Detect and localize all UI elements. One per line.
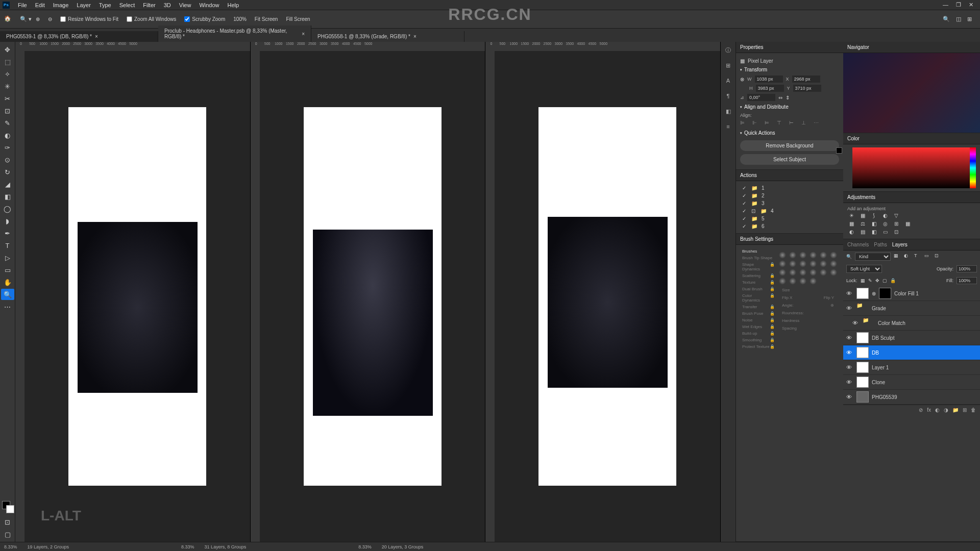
brightness-icon[interactable]: ☀ <box>847 211 855 219</box>
zoom-in-icon[interactable]: ⊕ <box>36 16 40 22</box>
hand-tool[interactable]: ✋ <box>1 277 14 288</box>
brush-option[interactable]: Noise🔒 <box>740 317 777 323</box>
document-canvas-2[interactable] <box>304 107 442 486</box>
close-icon[interactable]: × <box>95 34 98 39</box>
frame-tool[interactable]: ⊡ <box>1 105 14 116</box>
action-item[interactable]: ✓📁5 <box>740 215 839 222</box>
color-balance-icon[interactable]: ⚖ <box>859 219 867 228</box>
brush-preset[interactable] <box>830 260 837 267</box>
swatches-icon[interactable]: ⊞ <box>723 60 733 70</box>
brush-preset[interactable] <box>789 269 796 276</box>
menu-view[interactable]: View <box>175 2 195 8</box>
kind-select[interactable]: Kind <box>855 253 891 261</box>
fill-screen-button[interactable]: Fill Screen <box>286 16 310 22</box>
eraser-tool[interactable]: ◢ <box>1 179 14 190</box>
flip-h-icon[interactable]: ⇔ <box>778 95 782 101</box>
zoom-all-checkbox[interactable]: Zoom All Windows <box>127 16 176 22</box>
visibility-icon[interactable]: 👁 <box>846 305 853 311</box>
maximize-icon[interactable]: ❐ <box>956 2 961 8</box>
brush-preset[interactable] <box>779 269 786 276</box>
gradient-map-icon[interactable]: ▭ <box>881 228 889 236</box>
visibility-icon[interactable]: 👁 <box>846 349 853 356</box>
brush-option[interactable]: Shape Dynamics🔒 <box>740 261 777 272</box>
height-input[interactable] <box>756 85 784 92</box>
brush-option[interactable]: Build-up🔒 <box>740 330 777 337</box>
menu-edit[interactable]: Edit <box>31 2 49 8</box>
gradient-tool[interactable]: ◧ <box>1 191 14 202</box>
brush-option[interactable]: Wet Edges🔒 <box>740 323 777 330</box>
path-tool[interactable]: ▷ <box>1 252 14 263</box>
lock-all-icon[interactable]: 🔒 <box>890 278 896 283</box>
screen-mode-icon[interactable]: ▢ <box>1 529 14 540</box>
filter-pixel-icon[interactable]: ▦ <box>894 253 901 260</box>
layer-item[interactable]: 👁DB <box>843 345 980 360</box>
delete-layer-icon[interactable]: 🗑 <box>971 407 976 413</box>
brush-option[interactable]: Color Dynamics🔒 <box>740 292 777 304</box>
menu-image[interactable]: Image <box>49 2 73 8</box>
layer-item[interactable]: 👁DB Sculpt <box>843 331 980 345</box>
lock-image-icon[interactable]: ✎ <box>868 278 872 283</box>
healing-tool[interactable]: ◐ <box>1 130 14 141</box>
width-input[interactable] <box>755 76 783 83</box>
libraries-icon[interactable]: ≡ <box>723 121 733 132</box>
threshold-icon[interactable]: ◧ <box>870 228 878 236</box>
curves-icon[interactable]: ⟆ <box>870 211 878 219</box>
doc-info[interactable]: 20 Layers, 3 Groups <box>382 544 424 549</box>
search-icon[interactable]: 🔍 <box>943 16 950 22</box>
paragraph-icon[interactable]: ¶ <box>723 91 733 101</box>
visibility-icon[interactable]: 👁 <box>846 394 853 400</box>
share-icon[interactable]: ◫ <box>956 16 961 22</box>
visibility-icon[interactable]: 👁 <box>852 320 860 326</box>
brush-preset[interactable] <box>779 252 786 259</box>
brush-preset[interactable] <box>830 252 837 259</box>
quick-actions-section[interactable]: Quick Actions <box>740 130 839 136</box>
close-icon[interactable]: × <box>302 31 305 37</box>
workspace-icon[interactable]: ⊞ <box>967 16 972 22</box>
close-icon[interactable]: ✕ <box>969 2 973 8</box>
flipx-label[interactable]: Flip X <box>782 295 792 300</box>
brush-preset[interactable] <box>799 278 806 285</box>
brush-option[interactable]: Brush Tip Shape <box>740 255 777 261</box>
eyedropper-tool[interactable]: ✎ <box>1 117 14 129</box>
type-tool[interactable]: T <box>1 240 14 251</box>
align-bottom-icon[interactable]: ⊥ <box>801 120 808 127</box>
brush-option[interactable]: Texture🔒 <box>740 279 777 286</box>
zoom-readout[interactable]: 8.33% <box>181 544 194 549</box>
more-align-icon[interactable]: ⋯ <box>814 120 821 127</box>
layer-item[interactable]: 👁PHG05539 <box>843 390 980 405</box>
photo-filter-icon[interactable]: ◎ <box>881 219 889 228</box>
vibrance-icon[interactable]: ▽ <box>892 211 900 219</box>
hue-slider[interactable] <box>970 147 976 188</box>
menu-type[interactable]: Type <box>95 2 115 8</box>
more-tools[interactable]: ⋯ <box>1 301 14 312</box>
select-subject-button[interactable]: Select Subject <box>740 154 839 165</box>
move-tool[interactable]: ✥ <box>1 44 14 55</box>
layer-item[interactable]: 👁📁Grade <box>843 301 980 316</box>
brush-option[interactable]: Brush Pose🔒 <box>740 310 777 317</box>
close-icon[interactable]: × <box>413 34 416 39</box>
selective-color-icon[interactable]: ⊡ <box>892 228 900 236</box>
invert-icon[interactable]: ◐ <box>847 228 855 236</box>
layer-thumb[interactable] <box>856 288 869 299</box>
character-icon[interactable]: A <box>723 76 733 86</box>
zoom-readout[interactable]: 8.33% <box>4 544 17 549</box>
color-swatches[interactable] <box>0 500 15 515</box>
stamp-tool[interactable]: ⊙ <box>1 154 14 165</box>
tab-doc-3[interactable]: PHG05558-1 @ 8,33% (Grade, RGB/8) *× <box>311 31 464 42</box>
angle-widget[interactable]: ⊕ <box>830 303 834 308</box>
channel-mixer-icon[interactable]: ⊞ <box>892 219 900 228</box>
blend-mode-select[interactable]: Soft Light <box>846 265 882 273</box>
document-canvas-3[interactable] <box>538 107 676 486</box>
quick-mask-icon[interactable]: ⊡ <box>1 516 14 528</box>
zoom-tool-icon[interactable]: 🔍 ▾ <box>20 16 32 22</box>
tab-doc-2[interactable]: Proclub - Headphones - Master.psb @ 8,33… <box>158 26 311 42</box>
visibility-icon[interactable]: 👁 <box>846 379 853 385</box>
posterize-icon[interactable]: ▤ <box>859 228 867 236</box>
brush-preset[interactable] <box>830 269 837 276</box>
info-icon[interactable]: ⓘ <box>723 45 733 55</box>
fit-screen-button[interactable]: Fit Screen <box>255 16 278 22</box>
minimize-icon[interactable]: — <box>943 2 948 8</box>
marquee-tool[interactable]: ⬚ <box>1 56 14 67</box>
action-item[interactable]: ✓⊡📁4 <box>740 207 839 215</box>
align-left-icon[interactable]: ⊫ <box>740 120 747 127</box>
